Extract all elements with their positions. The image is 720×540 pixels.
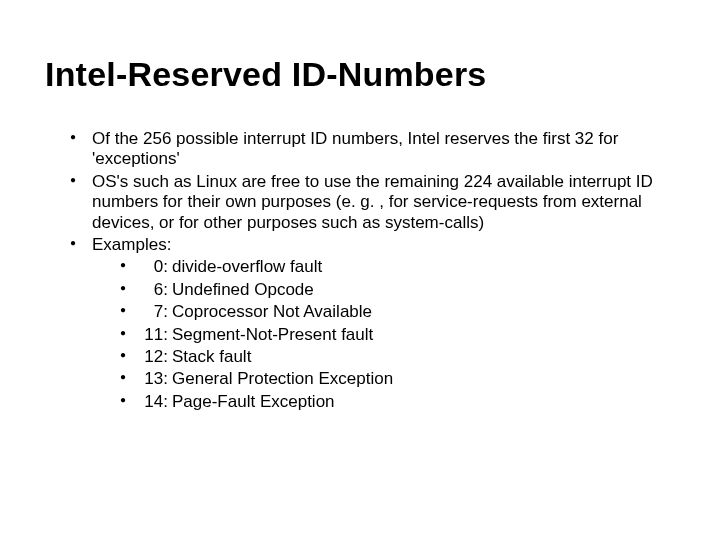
example-label: Stack fault	[172, 347, 251, 366]
slide: Intel-Reserved ID-Numbers Of the 256 pos…	[0, 0, 720, 540]
example-item: 13:General Protection Exception	[120, 369, 680, 389]
example-item: 7:Coprocessor Not Available	[120, 302, 680, 322]
example-num: 13:	[142, 369, 168, 389]
example-item: 14:Page-Fault Exception	[120, 392, 680, 412]
bullet-item: OS's such as Linux are free to use the r…	[70, 172, 680, 233]
example-label: divide-overflow fault	[172, 257, 322, 276]
example-item: 6:Undefined Opcode	[120, 280, 680, 300]
bullet-item: Examples: 0:divide-overflow fault 6:Unde…	[70, 235, 680, 412]
example-item: 0:divide-overflow fault	[120, 257, 680, 277]
example-label: Page-Fault Exception	[172, 392, 335, 411]
example-num: 6:	[142, 280, 168, 300]
example-item: 11:Segment-Not-Present fault	[120, 325, 680, 345]
example-label: Undefined Opcode	[172, 280, 314, 299]
example-label: Segment-Not-Present fault	[172, 325, 373, 344]
slide-title: Intel-Reserved ID-Numbers	[45, 55, 680, 94]
example-label: General Protection Exception	[172, 369, 393, 388]
bullet-item: Of the 256 possible interrupt ID numbers…	[70, 129, 680, 170]
example-num: 14:	[142, 392, 168, 412]
example-list: 0:divide-overflow fault 6:Undefined Opco…	[92, 257, 680, 412]
example-num: 11:	[142, 325, 168, 345]
example-label: Coprocessor Not Available	[172, 302, 372, 321]
example-num: 7:	[142, 302, 168, 322]
example-num: 12:	[142, 347, 168, 367]
bullet-text: Examples:	[92, 235, 171, 254]
bullet-list: Of the 256 possible interrupt ID numbers…	[45, 129, 680, 412]
example-item: 12:Stack fault	[120, 347, 680, 367]
example-num: 0:	[142, 257, 168, 277]
